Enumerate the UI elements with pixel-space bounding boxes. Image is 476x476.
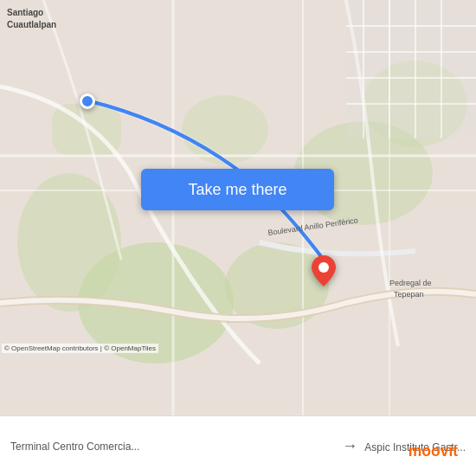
footer-from: Terminal Centro Comercia... (10, 441, 335, 453)
svg-point-3 (17, 173, 121, 312)
direction-arrow: → (342, 437, 357, 455)
svg-point-6 (182, 95, 268, 164)
svg-point-27 (318, 262, 329, 273)
from-label: Terminal Centro Comercia... (10, 441, 183, 453)
svg-text:moovit: moovit (408, 442, 459, 460)
moovit-logo: moovit (407, 438, 467, 466)
svg-text:Tepepan: Tepepan (394, 290, 424, 299)
origin-marker (80, 93, 95, 109)
osm-attribution: © OpenStreetMap contributors | © OpenMap… (2, 344, 158, 353)
svg-text:Cuautlalpan: Cuautlalpan (7, 20, 56, 29)
attribution-text: © OpenStreetMap contributors | © OpenMap… (4, 344, 156, 352)
svg-text:Santiago: Santiago (7, 8, 43, 17)
destination-marker (312, 255, 336, 290)
footer: Terminal Centro Comercia... → Aspic Inst… (0, 415, 476, 476)
svg-text:Pedregal de: Pedregal de (389, 279, 432, 287)
svg-rect-13 (346, 0, 476, 138)
take-me-there-label: Take me there (188, 181, 286, 199)
map-container: Boulevard Anillo Periférico Santiago Cua… (0, 0, 476, 415)
take-me-there-button[interactable]: Take me there (141, 169, 334, 210)
footer-content: Terminal Centro Comercia... → Aspic Inst… (10, 437, 466, 455)
